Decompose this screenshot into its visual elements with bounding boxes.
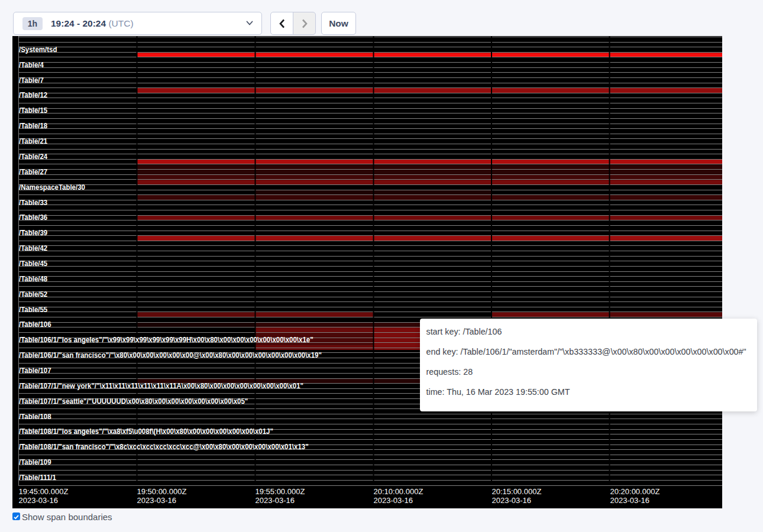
svg-text:/Table/48: /Table/48 (19, 275, 47, 283)
svg-text:/Table/36: /Table/36 (19, 213, 47, 222)
svg-text:2023-03-16: 2023-03-16 (19, 496, 59, 505)
svg-text:/NamespaceTable/30: /NamespaceTable/30 (19, 183, 85, 192)
svg-text:19:50:00.000Z: 19:50:00.000Z (137, 487, 187, 496)
svg-text:2023-03-16: 2023-03-16 (610, 496, 650, 505)
svg-text:/Table/108: /Table/108 (19, 413, 51, 421)
svg-text:20:20:00.000Z: 20:20:00.000Z (610, 487, 660, 496)
svg-text:/Table/106: /Table/106 (19, 320, 51, 329)
svg-text:/Table/33: /Table/33 (19, 199, 47, 207)
svg-text:/Table/106/1/"san francisco"/": /Table/106/1/"san francisco"/"\x80\x00\x… (19, 351, 322, 359)
svg-text:2023-03-16: 2023-03-16 (374, 496, 413, 505)
svg-text:/Table/55: /Table/55 (19, 306, 47, 314)
svg-text:/Table/52: /Table/52 (19, 290, 47, 299)
svg-text:/Table/24: /Table/24 (19, 153, 47, 161)
svg-text:/Table/107/1/"seattle"/"UUUUUU: /Table/107/1/"seattle"/"UUUUUUD\x00\x80\… (19, 397, 248, 406)
svg-text:/Table/111/1: /Table/111/1 (19, 473, 56, 482)
svg-text:/Table/109: /Table/109 (19, 458, 51, 466)
svg-text:/Table/15: /Table/15 (19, 106, 47, 115)
svg-text:19:55:00.000Z: 19:55:00.000Z (256, 487, 305, 496)
svg-text:19:45:00.000Z: 19:45:00.000Z (19, 487, 69, 496)
svg-text:/Table/4: /Table/4 (19, 61, 44, 69)
svg-text:/Table/106/1/"los angeles"/"\x: /Table/106/1/"los angeles"/"\x99\x99\x99… (19, 336, 313, 344)
svg-text:20:10:00.000Z: 20:10:00.000Z (374, 487, 423, 496)
svg-text:2023-03-16: 2023-03-16 (492, 496, 532, 505)
svg-text:2023-03-16: 2023-03-16 (137, 496, 177, 505)
svg-text:20:15:00.000Z: 20:15:00.000Z (492, 487, 542, 496)
svg-text:/Table/108/1/"san francisco"/": /Table/108/1/"san francisco"/"\x8c\xcc\x… (19, 443, 309, 451)
svg-text:/Table/21: /Table/21 (19, 137, 47, 145)
svg-text:/Table/108/1/"los angeles"/"\x: /Table/108/1/"los angeles"/"\xa8\xf5\u00… (19, 427, 273, 436)
svg-text:/Table/27: /Table/27 (19, 168, 47, 176)
svg-text:/Table/7: /Table/7 (19, 76, 44, 85)
svg-text:/Table/42: /Table/42 (19, 244, 47, 252)
svg-text:/Table/107/1/"new york"/"\x11\: /Table/107/1/"new york"/"\x11\x11\x11\x1… (19, 382, 303, 390)
svg-text:/Table/18: /Table/18 (19, 122, 47, 130)
svg-text:/System/tsd: /System/tsd (19, 46, 57, 54)
svg-text:2023-03-16: 2023-03-16 (256, 496, 295, 505)
svg-text:/Table/39: /Table/39 (19, 229, 47, 237)
svg-text:/Table/45: /Table/45 (19, 259, 47, 268)
svg-text:/Table/12: /Table/12 (19, 91, 47, 99)
svg-text:/Table/107: /Table/107 (19, 366, 51, 375)
